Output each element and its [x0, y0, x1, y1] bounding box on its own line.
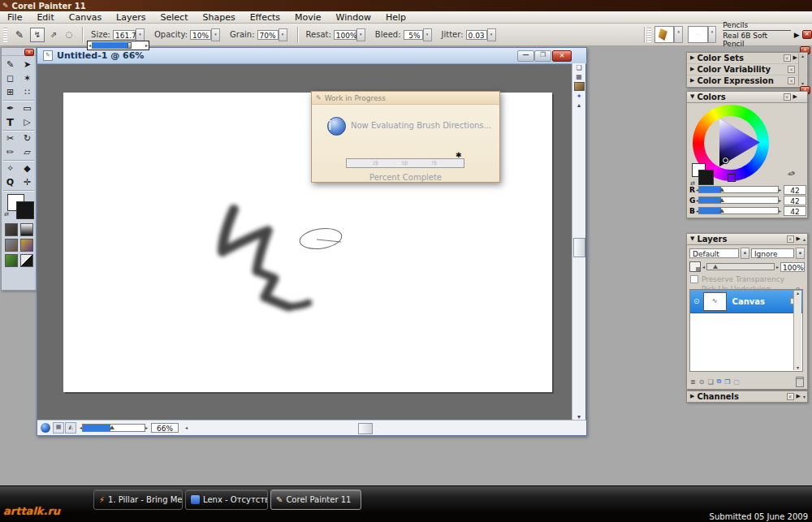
transform-tool[interactable]: ∷ — [19, 85, 35, 99]
menu-shapes[interactable]: Shapes — [195, 12, 242, 23]
cloner-tool[interactable]: ✏ — [2, 145, 18, 159]
red-slider[interactable] — [698, 186, 779, 193]
size-slider-thumb[interactable] — [127, 42, 132, 49]
propbar-grip[interactable] — [3, 28, 7, 42]
layer-opacity-field[interactable]: 100% — [780, 262, 805, 272]
blue-slider[interactable] — [698, 207, 779, 214]
layers-header[interactable]: ▼ Layers ✕ ▶ ▴ — [687, 234, 807, 245]
layer-opacity-slider[interactable] — [706, 263, 775, 270]
zoom-percent-field[interactable]: 66% — [151, 423, 179, 433]
grabber-tool[interactable]: ✛ — [19, 175, 35, 189]
resat-field[interactable]: 100% — [334, 30, 356, 40]
dab-spinner[interactable]: ▾ — [674, 26, 683, 43]
menu-effects[interactable]: Effects — [243, 12, 287, 23]
new-layer-icon[interactable]: ❏ — [707, 378, 713, 386]
doc-vertical-scrollbar[interactable]: ❏ ▦ ✦ ▴ ▾ — [572, 63, 585, 421]
brush-library-arrow[interactable]: ▶ — [794, 31, 800, 39]
scissors-tool[interactable]: ✂ — [2, 132, 18, 145]
toolbox-close-button[interactable]: ✕ — [24, 49, 34, 56]
taskbar-button-messenger[interactable]: Lenx - Отсутствую ... — [185, 490, 268, 510]
paper-selector[interactable] — [5, 223, 18, 236]
menu-window[interactable]: Window — [329, 12, 378, 23]
colors-header[interactable]: ▼ Colors ✕ ▶ — [687, 92, 807, 103]
pattern-selector[interactable] — [5, 239, 18, 252]
jitter-spinner[interactable]: ▾ — [487, 28, 496, 41]
green-slider[interactable] — [698, 196, 779, 204]
blue-value-field[interactable]: 42 — [784, 206, 806, 216]
color-variability-close-icon[interactable]: ✕ — [788, 66, 795, 73]
rect-select-tool[interactable]: ◻ — [2, 71, 18, 85]
grain-spinner[interactable]: ▾ — [279, 28, 287, 41]
opacity-field[interactable]: 10% — [190, 30, 211, 40]
main-color-swatches[interactable]: ⇄ — [2, 192, 36, 221]
color-expression-close-icon[interactable]: ✕ — [788, 77, 795, 84]
sv-marker[interactable] — [723, 157, 728, 163]
color-variability-header[interactable]: ▶ Color Variability ✕ — [687, 64, 807, 75]
taskbar-button-painter[interactable]: ✎ Corel Painter 11 — [270, 490, 361, 510]
method-spinner[interactable]: ▪ — [796, 248, 805, 259]
secondary-color-swatch[interactable] — [16, 201, 34, 219]
dropper-tool[interactable]: ✧ — [2, 162, 18, 175]
menu-layers[interactable]: Layers — [109, 12, 153, 23]
opacity-spinner[interactable]: ▾ — [211, 28, 220, 41]
color-group-scrollbar[interactable]: ▴ ▾ — [798, 54, 806, 86]
layer-list-scrollbar[interactable]: ▴ ▾ — [793, 291, 801, 370]
shape-select-tool[interactable]: ▷ — [19, 115, 35, 129]
drawing-mode-icon[interactable] — [41, 423, 50, 433]
document-titlebar[interactable]: ✎ Untitled-1 @ 66% — ❐ ✕ — [37, 48, 586, 64]
preserve-transparency-checkbox[interactable] — [690, 275, 698, 283]
bleed-field[interactable]: 5% — [404, 30, 423, 40]
paper-quick-icon[interactable] — [574, 82, 585, 91]
text-tool[interactable]: T — [2, 115, 18, 129]
rotate-page-tool[interactable]: ↻ — [19, 132, 35, 145]
swap-colors-icon[interactable]: ⇄ — [4, 211, 9, 218]
dialog-titlebar[interactable]: ✎ Work in Progress ✕ — [312, 92, 499, 105]
menu-select[interactable]: Select — [153, 12, 196, 23]
menu-canvas[interactable]: Canvas — [62, 12, 109, 23]
gradient-selector[interactable] — [20, 223, 33, 236]
stroke-spinner[interactable]: ▾ — [708, 26, 717, 43]
straight-stroke-button[interactable]: ⇗ — [47, 28, 60, 41]
magnifier-tool[interactable]: Q — [2, 175, 18, 189]
color-sets-close-icon[interactable]: ✕ — [784, 54, 791, 62]
layer-row-canvas[interactable]: ⊙ ∿ Canvas — [690, 290, 802, 313]
stroke-preview[interactable]: · — [688, 26, 708, 43]
new-watercolor-layer-icon[interactable]: ⧉ — [717, 377, 722, 386]
vscroll-up-arrow[interactable]: ▴ — [572, 101, 585, 109]
channels-close-icon[interactable]: ✕ — [787, 393, 794, 400]
size-spinner[interactable]: ▾ — [136, 28, 145, 41]
layer-commands-icon[interactable]: ≣ — [690, 378, 696, 386]
color-expression-header[interactable]: ▶ Color Expression ✕ — [687, 75, 807, 86]
image-selector[interactable] — [5, 254, 18, 267]
doc-horizontal-scrollbar[interactable]: ◂ — [184, 423, 586, 434]
doc-minimize-button[interactable]: — — [517, 50, 534, 62]
crop-tool[interactable]: ⊞ — [2, 85, 18, 99]
eraser-tool[interactable]: ▱ — [19, 145, 35, 159]
composite-method-dropdown[interactable]: Ignore — [751, 248, 794, 258]
page-curl-icon[interactable]: ❏ — [572, 63, 585, 72]
composite-depth-dropdown[interactable]: Default — [689, 248, 739, 258]
menu-file[interactable]: File — [0, 12, 29, 23]
brush-category-variant[interactable]: Pencils Real 6B Soft Pencil — [723, 21, 790, 48]
menu-movie[interactable]: Movie — [287, 12, 329, 23]
channels-header[interactable]: ▶ Channels ✕ ▶ ▾ — [687, 391, 807, 402]
delete-layer-trash-icon[interactable] — [796, 377, 804, 387]
grain-field[interactable]: 70% — [257, 30, 279, 40]
tracker-icon[interactable]: ▦ — [572, 72, 585, 81]
brush-dab-preview[interactable] — [654, 26, 675, 43]
menu-edit[interactable]: Edit — [29, 12, 61, 23]
zoom-mode-icon-2[interactable]: ◭ — [65, 422, 76, 434]
red-value-field[interactable]: 42 — [784, 185, 806, 195]
depth-spinner[interactable]: ▪ — [741, 248, 749, 259]
brush-tool[interactable]: ✎ — [2, 58, 18, 71]
pen-tool[interactable]: ✒ — [2, 101, 18, 115]
new-liquid-ink-layer-icon[interactable]: ❒ — [724, 378, 730, 386]
doc-close-button[interactable]: ✕ — [552, 50, 572, 62]
magic-wand-tool[interactable]: ✶ — [19, 71, 35, 85]
layer-visibility-eye-icon[interactable]: ⊙ — [693, 297, 700, 305]
paint-bucket-tool[interactable]: ◆ — [19, 162, 35, 175]
dynamic-plugins-icon[interactable]: ⊙ — [699, 378, 705, 386]
colors-close-icon[interactable]: ✕ — [784, 93, 791, 101]
color-sampler-icon[interactable]: ✎ — [784, 167, 797, 179]
zoom-mode-icon-1[interactable]: ▦ — [53, 422, 64, 434]
